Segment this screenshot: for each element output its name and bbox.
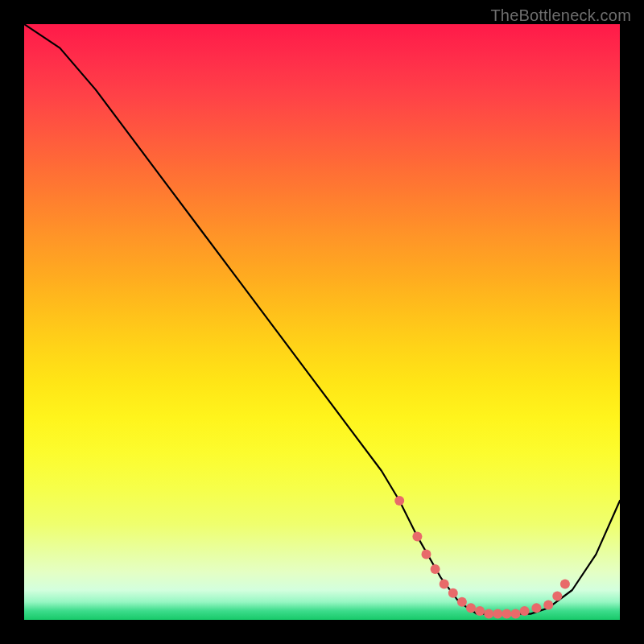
plot-area (24, 24, 620, 620)
marker-group (394, 496, 570, 619)
curve-line (24, 24, 620, 614)
marker-dot (484, 609, 493, 619)
marker-dot (502, 609, 511, 619)
marker-dot (511, 609, 521, 619)
marker-dot (543, 601, 553, 610)
marker-dot (394, 496, 404, 506)
marker-dot (520, 606, 530, 616)
marker-dot (457, 597, 467, 607)
marker-dot (493, 609, 502, 619)
marker-dot (466, 603, 476, 613)
marker-dot (552, 591, 562, 601)
marker-dot (422, 550, 431, 559)
marker-dot (412, 531, 422, 541)
marker-dot (448, 588, 458, 598)
marker-dot (531, 603, 541, 613)
marker-dot (431, 564, 440, 574)
chart-svg (24, 24, 620, 620)
marker-dot (440, 580, 449, 589)
watermark-text: TheBottleneck.com (490, 6, 631, 25)
marker-dot (475, 606, 485, 616)
chart-frame: TheBottleneck.com (0, 0, 644, 644)
marker-dot (560, 580, 570, 589)
